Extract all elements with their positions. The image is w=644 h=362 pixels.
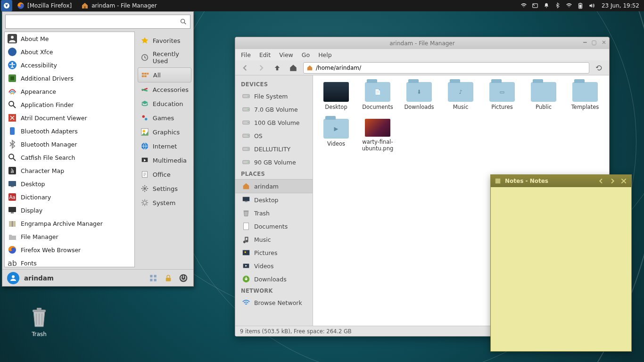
sidebar-item[interactable]: OS xyxy=(235,129,313,142)
category-item[interactable]: Internet xyxy=(138,139,191,153)
lock-button[interactable] xyxy=(163,273,173,283)
sidebar-item[interactable]: 90 GB Volume xyxy=(235,156,313,169)
power-button[interactable] xyxy=(178,273,189,283)
refresh-button[interactable] xyxy=(593,62,605,74)
sidebar-item[interactable]: Trash xyxy=(235,206,313,220)
user-avatar-icon[interactable] xyxy=(7,272,19,284)
app-item[interactable]: Bluetooth Adapters xyxy=(5,124,134,138)
file-item[interactable]: 📄Documents xyxy=(361,82,394,110)
sidebar-item[interactable]: File System xyxy=(235,90,313,103)
category-item[interactable]: Education xyxy=(138,97,191,111)
notes-next-button[interactable] xyxy=(609,177,616,185)
app-search-input[interactable] xyxy=(8,18,180,25)
nav-forward-button[interactable] xyxy=(255,62,267,74)
app-item[interactable]: Additional Drivers xyxy=(5,72,134,85)
battery-icon[interactable] xyxy=(576,1,585,10)
sidebar-item[interactable]: Videos xyxy=(235,259,313,272)
category-item[interactable]: Favorites xyxy=(138,33,191,48)
app-item[interactable]: àCharacter Map xyxy=(5,164,134,177)
menu-item[interactable]: Go xyxy=(302,51,310,58)
app-item[interactable]: File Manager xyxy=(5,230,134,243)
app-search-box[interactable] xyxy=(5,15,190,29)
network-icon[interactable] xyxy=(565,1,573,10)
close-button[interactable]: ✕ xyxy=(602,39,606,46)
file-item[interactable]: Templates xyxy=(569,82,602,110)
file-item[interactable]: warty-final-ubuntu.png xyxy=(361,119,394,152)
category-item[interactable]: Games xyxy=(138,111,191,125)
tablet-icon[interactable] xyxy=(531,1,539,10)
panel-clock[interactable]: 23 Jun, 19:52 xyxy=(602,2,639,9)
taskbar-item-firefox[interactable]: [Mozilla Firefox] xyxy=(12,0,76,11)
app-item[interactable]: Bluetooth Manager xyxy=(5,138,134,151)
app-item[interactable]: Accessibility xyxy=(5,58,134,72)
whisker-menu-launcher[interactable] xyxy=(1,0,12,11)
file-item[interactable]: ▶Videos xyxy=(320,119,353,152)
sidebar-item[interactable]: DELLUTILITY xyxy=(235,142,313,156)
app-item[interactable]: Application Finder xyxy=(5,98,134,111)
file-item[interactable]: ⬇Downloads xyxy=(403,82,436,110)
category-item[interactable]: Office xyxy=(138,167,191,181)
sidebar-item[interactable]: Pictures xyxy=(235,246,313,259)
sidebar-item[interactable]: Music xyxy=(235,233,313,246)
category-item[interactable]: All xyxy=(138,67,191,82)
file-item[interactable]: ▭Pictures xyxy=(486,82,519,110)
notes-prev-button[interactable] xyxy=(597,177,605,185)
desktop-trash[interactable]: Trash xyxy=(23,306,56,337)
taskbar-item-label: arindam - File Manager xyxy=(91,2,157,9)
sidebar-item[interactable]: Browse Network xyxy=(235,296,313,309)
menu-item[interactable]: Edit xyxy=(259,51,271,58)
file-item[interactable]: Public xyxy=(527,82,560,110)
app-item[interactable]: Catfish File Search xyxy=(5,151,134,164)
minimize-button[interactable]: ━ xyxy=(583,39,586,46)
nav-back-button[interactable] xyxy=(239,62,251,74)
app-item[interactable]: abFonts xyxy=(5,256,134,267)
category-item[interactable]: Graphics xyxy=(138,125,191,139)
category-item[interactable]: Settings xyxy=(138,181,191,196)
maximize-button[interactable]: ▢ xyxy=(592,39,597,46)
sidebar-item[interactable]: 100 GB Volume xyxy=(235,116,313,129)
notes-close-button[interactable] xyxy=(620,177,627,185)
menu-item[interactable]: File xyxy=(241,51,251,58)
file-item[interactable]: ♪Music xyxy=(444,82,477,110)
notes-titlebar[interactable]: Notes - Notes xyxy=(491,175,631,187)
sidebar-item[interactable]: Documents xyxy=(235,220,313,233)
app-item[interactable]: Firefox Web Browser xyxy=(5,243,134,256)
app-item[interactable]: Desktop xyxy=(5,177,134,190)
category-item[interactable]: Multimedia xyxy=(138,153,191,167)
sidebar-item[interactable]: Desktop xyxy=(235,193,313,206)
multimedia-icon xyxy=(140,156,149,165)
window-titlebar[interactable]: arindam - File Manager ━ ▢ ✕ xyxy=(235,37,609,49)
bluetooth-icon[interactable] xyxy=(553,1,562,10)
app-item[interactable]: Atril Document Viewer xyxy=(5,111,134,124)
app-item[interactable]: About Xfce xyxy=(5,45,134,58)
location-bar[interactable]: /home/arindam/ xyxy=(303,62,589,74)
wifi-icon[interactable] xyxy=(520,1,528,10)
taskbar-item-file-manager[interactable]: arindam - File Manager xyxy=(76,0,161,11)
app-item[interactable]: About Me xyxy=(5,32,134,45)
volume-icon[interactable] xyxy=(587,1,596,10)
sidebar-item[interactable]: arindam xyxy=(235,179,313,193)
category-item[interactable]: System xyxy=(138,196,191,210)
notification-bell-icon[interactable] xyxy=(542,1,551,10)
category-label: Graphics xyxy=(153,129,180,136)
top-panel: [Mozilla Firefox] arindam - File Manager… xyxy=(0,0,644,11)
app-label: Catfish File Search xyxy=(21,154,75,161)
category-item[interactable]: Recently Used xyxy=(138,48,191,67)
app-item[interactable]: Engrampa Archive Manager xyxy=(5,217,134,230)
svg-rect-36 xyxy=(147,73,149,75)
nav-home-button[interactable] xyxy=(287,62,299,74)
menu-item[interactable]: Help xyxy=(318,51,332,58)
app-item[interactable]: Appearance xyxy=(5,85,134,98)
file-manager-sidebar: DEVICESFile System7.0 GB Volume100 GB Vo… xyxy=(235,75,313,326)
menu-item[interactable]: View xyxy=(279,51,293,58)
category-item[interactable]: Accessories xyxy=(138,82,191,97)
file-item[interactable]: Desktop xyxy=(320,82,353,110)
app-icon xyxy=(8,74,17,83)
file-label: Public xyxy=(527,104,560,110)
app-item[interactable]: Display xyxy=(5,204,134,217)
sidebar-item[interactable]: 7.0 GB Volume xyxy=(235,103,313,116)
sidebar-item[interactable]: Downloads xyxy=(235,272,313,286)
settings-button[interactable] xyxy=(148,273,158,283)
app-item[interactable]: AaDictionary xyxy=(5,190,134,204)
nav-up-button[interactable] xyxy=(271,62,283,74)
